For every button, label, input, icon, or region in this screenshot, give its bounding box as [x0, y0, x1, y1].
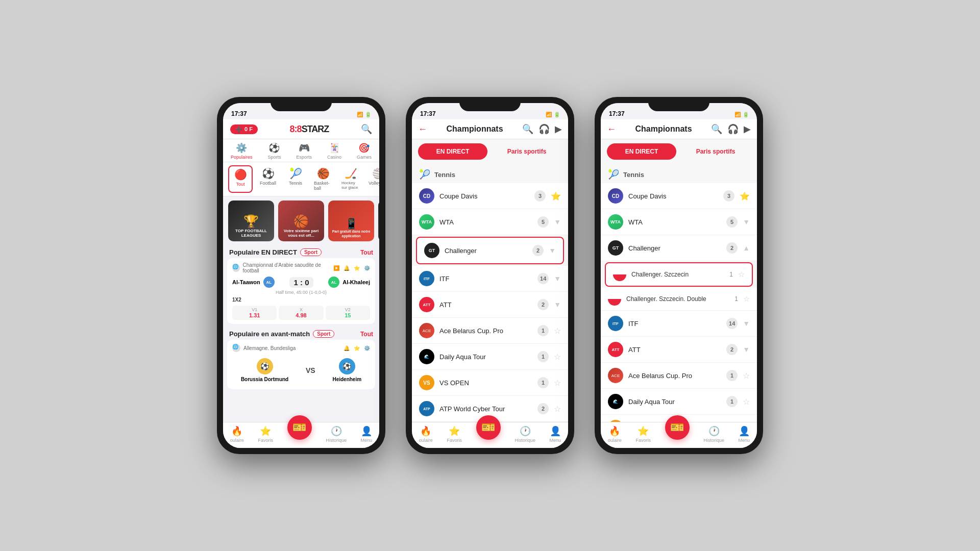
- p3-league-att[interactable]: ATT ATT 2 ▼: [601, 337, 757, 363]
- p3-challenger-szczecin-double[interactable]: Challenger. Szczecin. Double 1 ☆: [601, 288, 757, 311]
- sport-badge-direct[interactable]: Sport: [300, 248, 322, 256]
- tab-basketball[interactable]: 🏀 Basket-ball: [311, 165, 335, 193]
- wta-logo: WTA: [419, 214, 434, 230]
- nav-casino[interactable]: 🃏 Casino: [327, 142, 341, 160]
- league-itf[interactable]: ITF ITF 14 ▼: [412, 266, 568, 292]
- p3-league-challenger[interactable]: GT Challenger 2 ▲: [601, 235, 757, 261]
- p2-coupon[interactable]: 🎫: [476, 415, 501, 440]
- nav-games[interactable]: 🎯 Games: [357, 142, 372, 160]
- vs-star[interactable]: ☆: [554, 378, 561, 388]
- league-challenger[interactable]: GT Challenger 2 ▼: [416, 237, 564, 264]
- banner-promo1[interactable]: 🏀 Votre sixième pari vous est off...: [278, 201, 324, 241]
- tab-tennis[interactable]: 🎾 Tennis: [283, 165, 308, 193]
- itf-arrow[interactable]: ▼: [554, 274, 561, 283]
- odd-x[interactable]: X 4.98: [279, 306, 323, 320]
- p3-ace-star[interactable]: ☆: [743, 371, 750, 381]
- league-wta[interactable]: WTA WTA 5 ▼: [412, 209, 568, 235]
- p3-challenger-arrow[interactable]: ▲: [743, 244, 750, 252]
- p3-daily-star[interactable]: ☆: [743, 397, 750, 407]
- atp-star[interactable]: ☆: [554, 404, 561, 414]
- p2-bottom-nav: 🔥 oulaire ⭐ Favoris 🎫 🕐 Historique 👤 Men…: [412, 422, 568, 448]
- odd-v1[interactable]: V1 1.31: [232, 306, 277, 320]
- p3-nav-menu[interactable]: 👤 Menu: [739, 425, 750, 443]
- bet-label: 1X2: [232, 297, 370, 303]
- banner-promo2[interactable]: 📱 Pari gratuit dans notre application: [328, 201, 374, 241]
- daily-logo: 🌊: [419, 349, 434, 364]
- bottom-nav: 🔥 oulaire ⭐ Favoris 🎫 🕐 Historique 👤 Men…: [223, 422, 379, 448]
- coupon-button[interactable]: 🎫: [287, 415, 312, 440]
- p3-time: 17:37: [609, 110, 625, 117]
- p2-nav-favoris[interactable]: ⭐ Favoris: [447, 425, 462, 443]
- p3-nav-populaire[interactable]: 🔥 oulaire: [608, 425, 622, 443]
- p3-davis-star[interactable]: ⭐: [740, 191, 750, 201]
- p2-nav-historique[interactable]: 🕐 Historique: [514, 425, 535, 443]
- league-ace[interactable]: ACE Ace Belarus Cup. Pro 1 ☆: [412, 318, 568, 344]
- tab-football[interactable]: ⚽ Football: [256, 165, 280, 193]
- video-icon[interactable]: ▶: [555, 123, 562, 135]
- p3-back-button[interactable]: ←: [607, 124, 616, 135]
- headphone-icon[interactable]: 🎧: [538, 123, 550, 135]
- p2-nav-populaire[interactable]: 🔥 oulaire: [419, 425, 433, 443]
- p3-nav-favoris[interactable]: ⭐ Favoris: [636, 425, 651, 443]
- p3-league-daily[interactable]: 🌊 Daily Aqua Tour 1 ☆: [601, 389, 757, 415]
- wta-arrow[interactable]: ▼: [554, 218, 561, 226]
- p3-video-icon[interactable]: ▶: [744, 123, 751, 135]
- sport-tabs: 🔴 Tout ⚽ Football 🎾 Tennis 🏀 Basket-ball…: [223, 162, 379, 196]
- p3-tabs: EN DIRECT Paris sportifs: [601, 139, 757, 164]
- p3-league-coupe-davis[interactable]: CD Coupe Davis 3 ⭐: [601, 183, 757, 209]
- daily-star[interactable]: ☆: [554, 352, 561, 362]
- p3-league-ace[interactable]: ACE Ace Belarus Cup. Pro 1 ☆: [601, 363, 757, 389]
- p3-nav-historique[interactable]: 🕐 Historique: [703, 425, 724, 443]
- p3-scroll[interactable]: 🎾 Tennis CD Coupe Davis 3 ⭐ WTA WTA 5 ▼: [601, 164, 757, 422]
- tab-volleyball[interactable]: 🏐 Volleyball: [366, 165, 379, 193]
- p3-itf-arrow[interactable]: ▼: [743, 319, 750, 328]
- p3-coupon[interactable]: 🎫: [665, 415, 690, 440]
- tennis-label: Tennis: [434, 171, 455, 179]
- p3-search-icon[interactable]: 🔍: [711, 123, 722, 135]
- p3-tab-en-direct[interactable]: EN DIRECT: [607, 143, 676, 160]
- nav-sports[interactable]: ⚽ Sports: [267, 142, 281, 160]
- szczecin-star[interactable]: ☆: [738, 270, 745, 279]
- tab-tout[interactable]: 🔴 Tout: [228, 165, 253, 193]
- p2-scroll[interactable]: 🎾 Tennis CD Coupe Davis 3 ⭐ WTA WTA 5 ▼: [412, 164, 568, 422]
- tout-direct[interactable]: Tout: [360, 249, 373, 256]
- nav-bottom-favoris[interactable]: ⭐ Favoris: [258, 425, 274, 443]
- notch-3: [648, 97, 709, 111]
- odd-v2[interactable]: V2 15: [326, 306, 370, 320]
- sport-badge-avant[interactable]: Sport: [313, 330, 334, 338]
- p3-tab-paris-sportifs[interactable]: Paris sportifs: [680, 143, 751, 160]
- banner-promo3[interactable]: 🌐 Int...: [378, 201, 379, 241]
- p3-headphone-icon[interactable]: 🎧: [727, 123, 739, 135]
- banner-football[interactable]: 🏆 TOP FOOTBALL LEAGUES: [228, 201, 274, 241]
- search-icon[interactable]: 🔍: [522, 123, 533, 135]
- league-coupe-davis[interactable]: CD Coupe Davis 3 ⭐: [412, 183, 568, 209]
- nav-populaires[interactable]: ⚙️ Populaires: [231, 142, 253, 160]
- nav-bottom-historique[interactable]: 🕐 Historique: [326, 425, 347, 443]
- tab-hockey[interactable]: 🏒 Hockey sur glace: [338, 165, 363, 193]
- p3-league-wta[interactable]: WTA WTA 5 ▼: [601, 209, 757, 235]
- notch: [271, 97, 332, 111]
- p3-league-itf[interactable]: ITF ITF 14 ▼: [601, 311, 757, 337]
- challenger-arrow[interactable]: ▼: [549, 246, 556, 255]
- league-att[interactable]: ATT ATT 2 ▼: [412, 292, 568, 318]
- odds-row: V1 1.31 X 4.98 V2 15: [232, 306, 370, 320]
- p2-nav-menu[interactable]: 👤 Menu: [550, 425, 561, 443]
- p3-challenger-szczecin[interactable]: Challenger. Szczecin 1 ☆: [605, 262, 753, 287]
- davis-star[interactable]: ⭐: [551, 191, 561, 201]
- avant-teams-row: ⚽ Borussia Dortmund VS ⚽ Heidenheim: [232, 355, 370, 385]
- nav-bottom-menu[interactable]: 👤 Menu: [361, 425, 373, 443]
- p3-wta-arrow[interactable]: ▼: [743, 218, 750, 226]
- tab-paris-sportifs[interactable]: Paris sportifs: [492, 143, 562, 160]
- szczecin-double-star[interactable]: ☆: [743, 294, 750, 304]
- tab-en-direct[interactable]: EN DIRECT: [418, 143, 487, 160]
- p3-att-arrow[interactable]: ▼: [743, 345, 750, 354]
- nav-esports[interactable]: 🎮 Esports: [296, 142, 312, 160]
- back-button[interactable]: ←: [418, 124, 427, 135]
- search-icon[interactable]: 🔍: [361, 123, 372, 135]
- att-arrow[interactable]: ▼: [554, 300, 561, 309]
- league-vs-open[interactable]: VS VS OPEN 1 ☆: [412, 370, 568, 396]
- nav-bottom-populaire[interactable]: 🔥 oulaire: [230, 425, 244, 443]
- league-daily-aqua[interactable]: 🌊 Daily Aqua Tour 1 ☆: [412, 344, 568, 370]
- tout-avant[interactable]: Tout: [360, 331, 373, 338]
- ace-star[interactable]: ☆: [554, 326, 561, 336]
